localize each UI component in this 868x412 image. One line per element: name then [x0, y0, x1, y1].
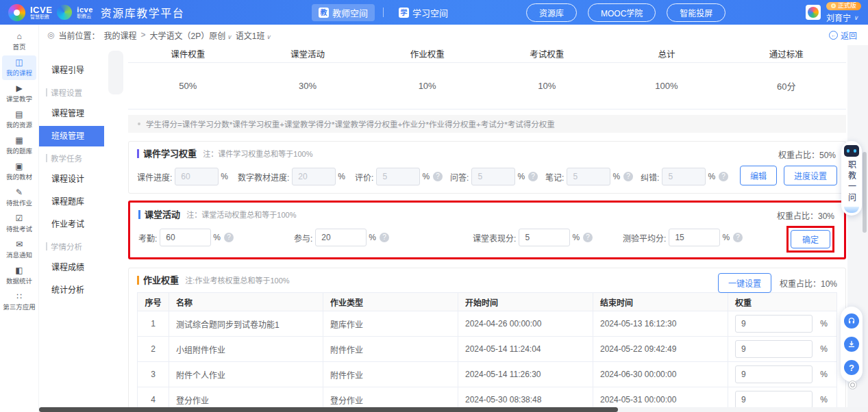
help-icon[interactable]: ?: [583, 233, 593, 242]
summary-column-5: 通过标准: [726, 47, 846, 60]
horizontal-scrollbar-thumb[interactable]: [39, 407, 618, 412]
back-button[interactable]: 返回: [829, 29, 857, 41]
field-label: 参与:: [294, 232, 312, 244]
quiz-average-input[interactable]: [669, 229, 720, 246]
submenu-item-course-grades[interactable]: 课程成绩: [39, 257, 104, 278]
third-party-apps-icon: ∷: [16, 292, 22, 301]
field-label: 考勤:: [138, 232, 157, 244]
score-formula: 学生得分=课件学习分数*课件学习权重+课堂教学得分*课堂教学得分权重+作业分*作…: [128, 115, 846, 133]
summary-value-4: 100%: [607, 81, 727, 91]
help-icon[interactable]: ?: [844, 360, 859, 375]
assistant-label: 职教一问: [846, 160, 858, 204]
participation-input[interactable]: [315, 229, 367, 246]
help-icon[interactable]: ?: [224, 233, 234, 242]
summary-column-3: 考试权重: [487, 47, 607, 60]
classroom-teaching-icon: ▶: [16, 84, 22, 93]
submenu-item-statistical-analysis[interactable]: 统计分析: [39, 280, 104, 300]
edit-button[interactable]: 编辑: [740, 166, 777, 185]
avatar[interactable]: [806, 5, 821, 20]
my-courses-icon: ◫: [15, 58, 23, 67]
classroom-performance-input[interactable]: [519, 229, 570, 246]
icve-cloud-logo-icon: [57, 5, 72, 20]
hw-cell-weight: %: [728, 337, 837, 362]
percent-unit: %: [338, 172, 345, 181]
nav-teacher-space[interactable]: 教教师空间: [312, 4, 375, 21]
username[interactable]: 刘育宁: [826, 12, 858, 23]
submenu-item-course-design[interactable]: 课程设计: [39, 169, 104, 190]
attendance-input[interactable]: [160, 229, 211, 246]
hw-cell-no: 1: [138, 311, 169, 337]
field-label: 数字教材进度:: [238, 171, 289, 183]
qa-input: [471, 168, 515, 185]
breadcrumb-my-courses[interactable]: 我的课程: [104, 29, 137, 41]
homework-column-0: 序号: [138, 293, 169, 311]
sidebar-item-my-courses[interactable]: ◫我的课程: [2, 55, 36, 80]
my-resources-icon: ▤: [15, 110, 23, 119]
sidebar-item-third-party-apps[interactable]: ∷第三方应用: [2, 289, 36, 314]
percent-unit: %: [722, 233, 730, 242]
classroom-activity-card-annotated: 课堂活动 注：课堂活动权重总和等于100% 权重占比：30% 考勤:%?参与:%…: [128, 201, 846, 259]
collapse-toolbar-button[interactable]: [848, 381, 857, 389]
resource-library-button[interactable]: 资源库: [526, 3, 577, 22]
help-icon[interactable]: ?: [623, 172, 633, 181]
summary-value-2: 10%: [367, 81, 487, 91]
progress-settings-button[interactable]: 进度设置: [784, 166, 837, 185]
hw-cell-type: 附件作业: [323, 337, 458, 362]
sidebar-item-my-resources[interactable]: ▤我的资源: [2, 107, 36, 132]
chevron-down-icon: [265, 31, 271, 41]
breadcrumb-separator: >: [141, 30, 146, 40]
help-icon[interactable]: ?: [433, 172, 443, 181]
hw-cell-start: 2024-05-14 11:24:04: [458, 337, 593, 362]
hw-cell-start: 2024-04-26 00:00:00: [458, 311, 593, 337]
header-pill-buttons: 资源库MOOC学院智能投屏: [526, 0, 726, 25]
field-label: 课堂表现分:: [473, 232, 516, 244]
submenu-item-homework-exam[interactable]: 作业考试: [39, 214, 104, 235]
breadcrumb-class-dropdown[interactable]: 语文1班: [236, 29, 271, 41]
smart-cast-button[interactable]: 智能投屏: [667, 3, 726, 22]
assistant-widget[interactable]: 职教一问: [841, 141, 862, 216]
mooc-academy-button[interactable]: MOOC学院: [588, 3, 656, 22]
customer-service-icon[interactable]: [844, 313, 859, 329]
sidebar-item-label: 第三方应用: [3, 302, 36, 311]
sidebar-item-label: 待批作业: [6, 198, 32, 207]
sidebar-item-notifications[interactable]: ✉消息通知: [2, 237, 36, 262]
submenu-item-course-management[interactable]: 课程管理: [39, 103, 104, 124]
sidebar-item-statistics[interactable]: ◧数据统计: [2, 263, 36, 288]
weight-input-row-2[interactable]: [735, 340, 813, 358]
sidebar-item-pending-homework[interactable]: ✎待批作业: [2, 185, 36, 210]
help-icon[interactable]: ?: [719, 172, 728, 181]
submenu-item-class-management[interactable]: 班级管理: [39, 126, 104, 146]
field-label: 课件进度:: [137, 171, 172, 183]
submenu-item-course-guide[interactable]: 课程引导: [39, 60, 104, 81]
help-icon[interactable]: ?: [733, 233, 743, 242]
field-label: 纠错:: [641, 171, 659, 183]
quick-set-button[interactable]: 一键设置: [718, 273, 771, 293]
breadcrumb-course-dropdown[interactable]: 大学语文（2P）原创: [150, 29, 232, 41]
sidebar-item-home[interactable]: ⌂首页: [2, 29, 36, 54]
nav-learning-space[interactable]: 学学习空间: [392, 4, 455, 21]
help-icon[interactable]: ?: [528, 172, 538, 181]
homework-column-2: 作业类型: [323, 293, 458, 311]
sidebar-item-classroom-teaching[interactable]: ▶课堂教学: [2, 81, 36, 106]
correction-input: [662, 168, 706, 185]
logo1-subtitle: 智慧职教: [30, 14, 52, 19]
robot-icon: [844, 145, 859, 157]
weight-input-row-1[interactable]: [735, 315, 813, 333]
nav-label: 教师空间: [332, 6, 368, 19]
download-icon[interactable]: [844, 337, 859, 352]
help-icon[interactable]: ?: [380, 233, 389, 242]
sidebar-item-textbook[interactable]: ▣我的教材: [2, 159, 36, 184]
sidebar-item-question-bank[interactable]: ▦我的题库: [2, 133, 36, 158]
percent-unit: %: [517, 172, 525, 181]
activity-weight-share: 权重占比：30%: [777, 209, 834, 221]
vertical-scrollbar-thumb[interactable]: [863, 152, 867, 233]
field-label: 问答:: [450, 171, 469, 183]
sidebar-item-label: 待批考试: [6, 224, 32, 233]
sidebar-item-pending-exam[interactable]: ☑待批考试: [2, 211, 36, 236]
weight-input-row-4[interactable]: [735, 391, 813, 409]
submenu-item-course-question-bank[interactable]: 课程题库: [39, 192, 104, 212]
weights-summary-table: 课件权重课堂活动作业权重考试权重总计通过标准 50%30%10%10%100%6…: [128, 45, 846, 110]
confirm-button[interactable]: 确定: [791, 230, 830, 248]
weight-input-row-3[interactable]: [735, 365, 813, 383]
user-menu[interactable]: 正式版 刘育宁: [806, 0, 861, 25]
